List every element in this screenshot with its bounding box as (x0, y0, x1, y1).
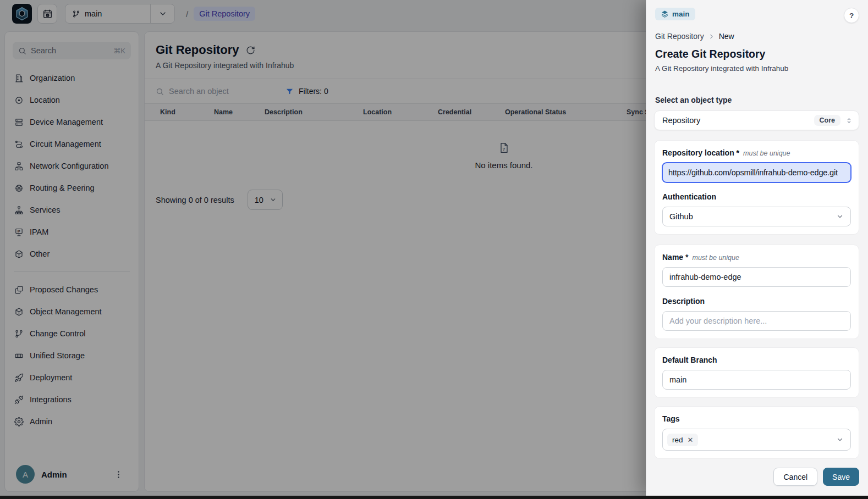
tag-chip: red ✕ (667, 434, 698, 446)
repository-location-field[interactable] (662, 163, 851, 182)
field-label: Name * (662, 253, 688, 262)
cancel-button[interactable]: Cancel (773, 468, 817, 486)
drawer-actions: Cancel Save (654, 468, 859, 486)
name-field[interactable] (662, 267, 851, 287)
field-label: Description (662, 297, 705, 306)
save-button[interactable]: Save (823, 468, 859, 486)
drawer-header: main ? (654, 8, 859, 23)
default-branch-field[interactable] (662, 370, 851, 390)
object-type-label: Select an object type (655, 96, 859, 104)
namespace-badge: Core (814, 115, 840, 126)
description-field[interactable] (662, 311, 851, 331)
create-drawer: main ? Git Repository New Create Git Rep… (646, 0, 868, 496)
field-hint: must be unique (692, 254, 739, 262)
chevron-down-icon (836, 213, 844, 220)
chevron-right-icon (708, 33, 715, 40)
form-card-tags: Tags red ✕ (654, 406, 859, 459)
authentication-value: Github (669, 212, 836, 221)
field-label: Authentication (662, 192, 716, 201)
object-type-select[interactable]: Repository Core (654, 110, 859, 130)
branch-badge-label: main (672, 10, 690, 18)
field-label: Default Branch (662, 356, 717, 364)
help-button[interactable]: ? (844, 8, 859, 23)
selector-icon (845, 117, 853, 125)
remove-tag-icon[interactable]: ✕ (688, 436, 694, 444)
form-card-name: Name * must be unique Description (654, 245, 859, 339)
form-card-default-branch: Default Branch (654, 347, 859, 398)
drawer-subtitle: A Git Repository integrated with Infrahu… (655, 64, 859, 73)
drawer-title: Create Git Repository (655, 48, 859, 60)
breadcrumb-parent[interactable]: Git Repository (655, 32, 704, 41)
app-background: main / Git Repository Search ⌘K (0, 0, 868, 496)
drawer-breadcrumb: Git Repository New (655, 32, 859, 41)
field-label: Tags (662, 414, 680, 423)
breadcrumb-current: New (719, 32, 734, 41)
tags-multiselect[interactable]: red ✕ (662, 429, 851, 451)
field-label: Repository location * (662, 148, 739, 157)
layers-icon (661, 10, 669, 18)
chevron-down-icon (836, 436, 844, 443)
tag-label: red (672, 436, 683, 444)
object-type-value: Repository (662, 116, 810, 125)
authentication-select[interactable]: Github (662, 207, 851, 226)
branch-badge: main (655, 8, 695, 20)
field-hint: must be unique (743, 149, 790, 157)
form-card-repository: Repository location * must be unique Aut… (654, 140, 859, 235)
